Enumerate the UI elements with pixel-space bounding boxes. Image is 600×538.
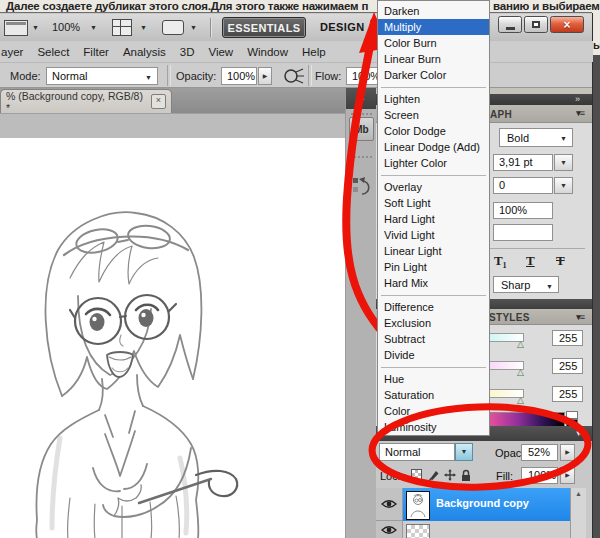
lock-all-icon[interactable] bbox=[460, 469, 472, 482]
kerning-dropdown-button[interactable]: ▼ bbox=[554, 177, 573, 194]
close-icon[interactable]: × bbox=[151, 94, 166, 109]
blend-mode-option[interactable]: Luminosity bbox=[378, 419, 489, 435]
layer-thumbnail[interactable] bbox=[406, 491, 430, 520]
blend-mode-option[interactable]: Linear Dodge (Add) bbox=[378, 139, 489, 155]
chevron-down-icon[interactable]: ▼ bbox=[140, 24, 147, 31]
layer-row[interactable] bbox=[403, 521, 570, 538]
restore-button[interactable] bbox=[524, 16, 548, 33]
color-value-field[interactable]: 255 bbox=[552, 358, 583, 374]
blend-mode-option[interactable]: Linear Burn bbox=[378, 51, 489, 67]
view-layout-icon[interactable] bbox=[112, 19, 132, 36]
chevron-down-icon[interactable]: ▼ bbox=[190, 24, 197, 31]
blend-mode-option[interactable] bbox=[378, 171, 489, 179]
tab-styles[interactable]: STYLES bbox=[489, 312, 530, 323]
blend-mode-option[interactable] bbox=[378, 363, 489, 371]
font-style-dropdown[interactable]: Bold ▼ bbox=[499, 128, 573, 147]
blend-mode-option[interactable]: Color Dodge bbox=[378, 123, 489, 139]
white-swatch[interactable] bbox=[566, 411, 578, 419]
panel-menu-icon[interactable]: ▾≡ bbox=[576, 428, 584, 438]
blend-mode-option[interactable] bbox=[378, 83, 489, 91]
scale-field[interactable]: 100% bbox=[493, 202, 553, 219]
blend-mode-option[interactable]: Multiply bbox=[378, 19, 489, 35]
blend-mode-option[interactable]: Linear Light bbox=[378, 243, 489, 259]
airbrush-icon[interactable] bbox=[283, 66, 305, 86]
screen-mode-icon[interactable] bbox=[162, 20, 184, 35]
history-panel-icon[interactable] bbox=[349, 174, 374, 200]
slider-handle-icon[interactable]: △ bbox=[517, 367, 524, 377]
blend-mode-option[interactable] bbox=[378, 291, 489, 299]
strikethrough-button[interactable]: T bbox=[556, 253, 565, 269]
menu-bar-item[interactable]: 3D bbox=[180, 46, 195, 58]
chevron-down-icon[interactable]: ▼ bbox=[32, 24, 39, 31]
mini-bridge-button[interactable]: Mb bbox=[349, 117, 374, 141]
visibility-cell[interactable] bbox=[376, 521, 403, 538]
canvas[interactable] bbox=[0, 138, 345, 538]
color-value-field[interactable]: 255 bbox=[552, 386, 583, 402]
text-color-swatch[interactable] bbox=[493, 224, 553, 241]
blend-mode-option[interactable]: Saturation bbox=[378, 387, 489, 403]
color-value-field[interactable]: 255 bbox=[552, 330, 583, 346]
brush-opacity-field[interactable]: 100% bbox=[221, 67, 257, 85]
lock-transparency-icon[interactable] bbox=[411, 469, 422, 480]
blend-mode-option[interactable]: Hard Mix bbox=[378, 275, 489, 291]
menu-bar-item[interactable]: Analysis bbox=[123, 46, 166, 58]
slider-handle-icon[interactable]: △ bbox=[517, 339, 524, 349]
blend-mode-option[interactable]: Color bbox=[378, 403, 489, 419]
blend-mode-option[interactable]: Darker Color bbox=[378, 67, 489, 83]
blend-mode-option[interactable]: Lighter Color bbox=[378, 155, 489, 171]
panel-menu-icon[interactable]: ▾≡ bbox=[576, 108, 584, 118]
blend-mode-option[interactable]: Color Burn bbox=[378, 35, 489, 51]
layer-thumbnail-transparent[interactable] bbox=[406, 524, 430, 538]
scroll-up-icon[interactable]: ▲ bbox=[575, 490, 582, 497]
blend-mode-option[interactable]: Darken bbox=[378, 3, 489, 19]
workspace-design-button[interactable]: DESIGN bbox=[320, 21, 365, 33]
superscript-button[interactable]: T₁ bbox=[494, 253, 507, 269]
slider-handle-icon[interactable]: △ bbox=[517, 395, 524, 405]
opacity-slider-button[interactable]: ▶ bbox=[258, 67, 272, 85]
layer-row-selected[interactable]: Background copy bbox=[403, 488, 570, 521]
blend-mode-option[interactable]: Subtract bbox=[378, 331, 489, 347]
blend-mode-option[interactable]: Hard Light bbox=[378, 211, 489, 227]
font-size-field[interactable]: 3,91 pt bbox=[493, 154, 553, 171]
collapse-panels-icon[interactable]: « bbox=[346, 88, 377, 109]
fill-slider-button[interactable]: ▶ bbox=[560, 467, 575, 484]
blend-mode-option[interactable]: Difference bbox=[378, 299, 489, 315]
blend-mode-option[interactable]: Hue bbox=[378, 371, 489, 387]
layer-fill-field[interactable]: 100% bbox=[521, 467, 558, 484]
zoom-level[interactable]: 100% bbox=[52, 21, 80, 33]
document-tab[interactable]: % (Background copy, RGB/8) * × bbox=[0, 89, 172, 113]
menu-bar-item[interactable]: Help bbox=[302, 46, 326, 58]
layer-opacity-field[interactable]: 52% bbox=[521, 444, 558, 461]
antialias-dropdown[interactable]: Sharp ▼ bbox=[493, 276, 559, 293]
visibility-cell[interactable] bbox=[376, 488, 403, 521]
panel-menu-icon[interactable]: ▾≡ bbox=[576, 312, 584, 322]
blend-mode-option[interactable]: Soft Light bbox=[378, 195, 489, 211]
tab-paragraph[interactable]: APH bbox=[490, 109, 512, 120]
blend-mode-option[interactable]: Pin Light bbox=[378, 259, 489, 275]
menu-bar-item[interactable]: ayer bbox=[1, 46, 23, 58]
brush-mode-dropdown[interactable]: Normal ▼ bbox=[46, 67, 158, 85]
chevron-down-icon[interactable]: ▼ bbox=[90, 24, 97, 31]
lock-pixels-icon[interactable] bbox=[428, 469, 440, 481]
blend-mode-option[interactable]: Vivid Light bbox=[378, 227, 489, 243]
blend-mode-option[interactable]: Exclusion bbox=[378, 315, 489, 331]
close-button[interactable]: × bbox=[550, 16, 584, 33]
menu-bar-item[interactable]: Window bbox=[247, 46, 288, 58]
opacity-slider-button[interactable]: ▶ bbox=[560, 444, 575, 461]
workspace-essentials-button[interactable]: ESSENTIALS bbox=[222, 17, 306, 38]
layer-blend-mode-dropdown[interactable]: Normal bbox=[379, 443, 455, 461]
expand-panels-icon[interactable]: » bbox=[575, 94, 580, 105]
minimize-button[interactable] bbox=[498, 16, 522, 33]
blend-mode-option[interactable]: Overlay bbox=[378, 179, 489, 195]
kerning-field[interactable]: 0 bbox=[493, 177, 553, 194]
menu-bar-item[interactable]: Select bbox=[37, 46, 69, 58]
menu-bar-item[interactable]: Filter bbox=[83, 46, 109, 58]
layers-scrollbar[interactable]: ▲ bbox=[570, 488, 586, 538]
font-size-dropdown-button[interactable]: ▼ bbox=[554, 154, 573, 171]
blend-mode-option[interactable]: Lighten bbox=[378, 91, 489, 107]
arrange-documents-icon[interactable] bbox=[4, 20, 28, 36]
blend-mode-arrow-button[interactable]: ▼ bbox=[455, 443, 473, 461]
menu-bar-item[interactable]: View bbox=[208, 46, 233, 58]
blend-mode-option[interactable]: Screen bbox=[378, 107, 489, 123]
blend-mode-option[interactable]: Divide bbox=[378, 347, 489, 363]
